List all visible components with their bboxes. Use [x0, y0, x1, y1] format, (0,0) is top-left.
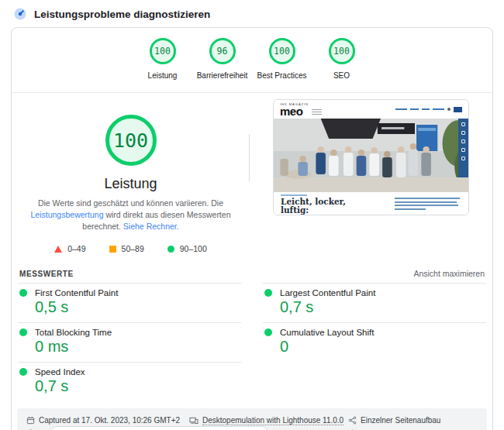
- site-header: IHK MAGAZIN meo: [274, 100, 468, 119]
- metric-value: 0: [280, 338, 485, 356]
- expand-view-button[interactable]: Ansicht maximieren: [413, 269, 485, 278]
- pass-circle-icon: [167, 246, 174, 253]
- next-section-card-partial[interactable]: [50, 426, 268, 430]
- pass-dot-icon: [264, 329, 272, 336]
- legend-range: 90–100: [180, 244, 207, 253]
- screenshot-pane: IHK MAGAZIN meo: [250, 93, 492, 264]
- sidebar-icon: [461, 148, 465, 152]
- calendar-icon: [26, 416, 35, 425]
- crowd-photo-illustration: [274, 119, 468, 192]
- leistungsbewertung-link[interactable]: Leistungsbewertung: [31, 210, 104, 219]
- sidebar-icon: [461, 139, 465, 143]
- metric-value: 0,5 s: [35, 298, 240, 316]
- gauge-circle: 96: [209, 38, 236, 64]
- score-label: SEO: [333, 71, 350, 80]
- category-scores: 100 Leistung 96 Barrierefreiheit 100 Bes…: [12, 28, 492, 93]
- gauge-circle: 100: [329, 38, 355, 64]
- site-nav: [395, 107, 462, 112]
- capture-time: Captured at 17. Okt. 2023, 10:26 GMT+2: [26, 416, 189, 425]
- gauge-circle: 100: [150, 38, 176, 64]
- metric-largest-contentful-paint: Largest Contentful Paint 0,7 s: [263, 283, 486, 322]
- performance-summary: 100 Leistung Die Werte sind geschätzt un…: [12, 93, 492, 264]
- site-teaser-strip: Leicht, locker, luftig:: [274, 192, 468, 215]
- emulation-info[interactable]: Desktopemulation with Lighthouse 11.0.0: [189, 416, 348, 425]
- pass-dot-icon: [19, 329, 27, 336]
- metric-cumulative-layout-shift: Cumulative Layout Shift 0: [263, 322, 486, 362]
- score-label: Best Practices: [257, 71, 307, 80]
- legend-pass: 90–100: [167, 244, 207, 253]
- site-claim-lines: [312, 109, 322, 117]
- metric-label: Total Blocking Time: [35, 328, 112, 337]
- metric-total-blocking-time: Total Blocking Time 0 ms: [18, 322, 241, 362]
- metric-speed-index: Speed Index 0,7 s: [18, 362, 241, 401]
- site-search-icon: [447, 108, 450, 111]
- metrics-section: MESSWERTE Ansicht maximieren First Conte…: [12, 264, 492, 401]
- page-load-mode: Einzelner Seitenaufbau: [348, 416, 478, 425]
- page-screenshot-thumbnail[interactable]: IHK MAGAZIN meo: [273, 99, 469, 215]
- legend-average: 50–89: [109, 244, 144, 253]
- site-teaser-text-lines: [395, 194, 461, 215]
- metric-first-contentful-paint: First Contentful Paint 0,5 s: [18, 283, 241, 322]
- pass-dot-icon: [264, 289, 272, 297]
- metric-label: Speed Index: [35, 367, 85, 377]
- metrics-column-right: Largest Contentful Paint 0,7 s Cumulativ…: [263, 283, 486, 401]
- score-label: Barrierefreiheit: [197, 71, 248, 80]
- fail-triangle-icon: [54, 246, 62, 253]
- sidebar-icon: [461, 131, 465, 135]
- performance-heading: Leistung: [104, 176, 157, 192]
- average-square-icon: [109, 246, 116, 253]
- share-nodes-icon: [348, 416, 357, 425]
- performance-description: Die Werte sind geschätzt und können vari…: [15, 198, 247, 232]
- vertical-divider: [249, 134, 250, 181]
- pass-dot-icon: [19, 368, 27, 376]
- site-logo: meo: [280, 106, 309, 116]
- legend-range: 50–89: [122, 244, 144, 253]
- sidebar-icon: [461, 122, 465, 126]
- legend-range: 0–49: [67, 244, 85, 253]
- metric-label: Largest Contentful Paint: [280, 288, 375, 298]
- score-gauge-seo[interactable]: 100 SEO: [312, 38, 371, 80]
- siehe-rechner-link[interactable]: Siehe Rechner.: [123, 222, 179, 231]
- metric-label: First Contentful Paint: [35, 288, 118, 298]
- score-legend: 0–49 50–89 90–100: [54, 244, 207, 253]
- score-gauge-best-practices[interactable]: 100 Best Practices: [252, 38, 312, 80]
- performance-gauge-block: 100 Leistung Die Werte sind geschätzt un…: [12, 93, 250, 264]
- description-text: Die Werte sind geschätzt und können vari…: [38, 198, 223, 208]
- metrics-section-label: MESSWERTE: [19, 270, 74, 278]
- metric-label: Cumulative Layout Shift: [280, 328, 374, 337]
- metrics-column-left: First Contentful Paint 0,5 s Total Block…: [18, 283, 241, 401]
- page-title: Leistungsprobleme diagnostizieren: [34, 9, 210, 20]
- pagespeed-insights-icon: [14, 8, 26, 20]
- site-social-sidebar: [458, 119, 468, 177]
- site-category-label: [281, 194, 307, 196]
- performance-score-gauge: 100: [105, 115, 157, 166]
- score-gauge-leistung[interactable]: 100 Leistung: [133, 38, 192, 80]
- metric-value: 0,7 s: [35, 377, 240, 395]
- section-header: Leistungsprobleme diagnostizieren: [0, 0, 504, 26]
- gauge-circle: 100: [269, 38, 295, 64]
- devices-icon: [189, 416, 198, 425]
- site-brand: IHK MAGAZIN meo: [280, 102, 322, 116]
- site-partner-logo: [454, 107, 462, 112]
- legend-fail: 0–49: [54, 244, 85, 253]
- pass-dot-icon: [19, 289, 27, 297]
- score-gauge-barrierefreiheit[interactable]: 96 Barrierefreiheit: [192, 38, 252, 80]
- metric-value: 0,7 s: [280, 298, 485, 316]
- metric-value: 0 ms: [35, 338, 240, 356]
- score-label: Leistung: [148, 71, 178, 80]
- sidebar-icon: [461, 157, 465, 160]
- site-hero-photo: [274, 119, 468, 192]
- site-headline: Leicht, locker, luftig:: [281, 198, 346, 215]
- report-card: 100 Leistung 96 Barrierefreiheit 100 Bes…: [11, 27, 493, 430]
